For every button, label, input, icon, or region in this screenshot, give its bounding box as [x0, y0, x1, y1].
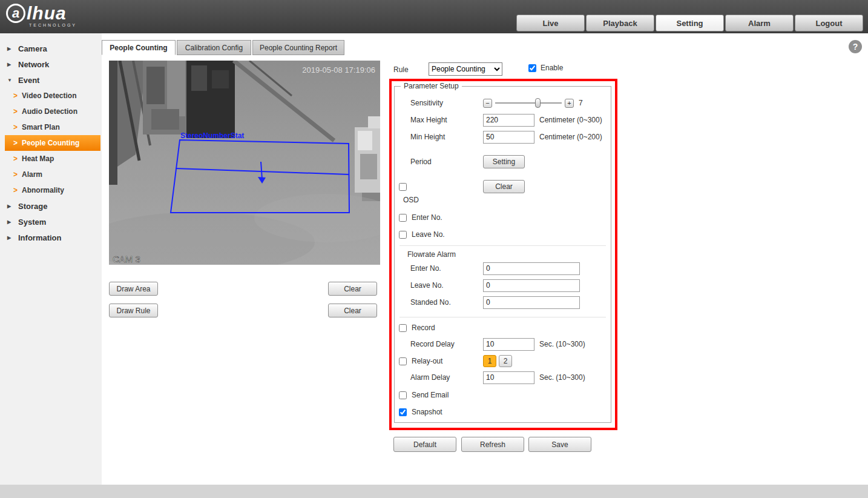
relay-1-button[interactable]: 1: [483, 355, 496, 367]
sidebar-item-system[interactable]: ▶ System: [0, 214, 102, 230]
alarm-delay-label: Alarm Delay: [410, 373, 483, 382]
sensitivity-slider: − +: [483, 99, 574, 108]
chevron-right-icon: >: [13, 91, 18, 100]
min-height-input[interactable]: [483, 131, 534, 144]
nav-live-button[interactable]: Live: [516, 15, 585, 32]
chevron-right-icon: >: [13, 170, 18, 179]
tab-bar: People Counting Calibration Config Peopl…: [102, 40, 344, 55]
flow-standed-row: Standed No.: [395, 295, 611, 310]
top-nav: Live Playback Setting Alarm Logout: [516, 15, 863, 32]
tab-people-counting-report[interactable]: People Counting Report: [252, 40, 344, 55]
logo-subtext: TECHNOLOGY: [29, 23, 77, 27]
relay-out-label: Relay-out: [412, 357, 483, 365]
slider-track[interactable]: [495, 102, 562, 104]
record-delay-row: Record Delay Sec. (10~300): [395, 336, 611, 353]
sidebar-item-alarm[interactable]: > Alarm: [0, 167, 102, 182]
record-checkbox[interactable]: [399, 324, 407, 332]
alarm-delay-input[interactable]: [483, 371, 534, 384]
flow-leave-input[interactable]: [483, 279, 580, 292]
sidebar-item-abnormality[interactable]: > Abnormality: [0, 182, 102, 198]
tab-people-counting[interactable]: People Counting: [102, 40, 176, 55]
nav-playback-button[interactable]: Playback: [586, 15, 654, 32]
draw-rule-button[interactable]: Draw Rule: [109, 304, 158, 317]
sidebar-label: Storage: [18, 202, 47, 211]
nav-logout-button[interactable]: Logout: [795, 15, 863, 32]
osd-label-row: OSD: [395, 193, 611, 207]
chevron-right-icon: >: [13, 154, 18, 163]
clear-area-button[interactable]: Clear: [328, 282, 377, 296]
chevron-right-icon: >: [13, 123, 18, 131]
max-height-input[interactable]: [483, 114, 534, 127]
slider-minus-button[interactable]: −: [483, 99, 492, 108]
enable-checkbox[interactable]: [528, 64, 536, 72]
send-email-checkbox[interactable]: [399, 391, 407, 399]
arrow-right-icon: ▶: [7, 204, 13, 209]
sidebar-item-camera[interactable]: ▶ Camera: [0, 41, 102, 56]
sidebar-item-smart-plan[interactable]: > Smart Plan: [0, 119, 102, 135]
osd-clear-button[interactable]: Clear: [483, 180, 525, 193]
live-video[interactable]: StereoNumberStat 2019-05-08 17:19:06 CAM…: [109, 61, 380, 265]
nav-setting-button[interactable]: Setting: [656, 15, 724, 32]
sidebar-label: Abnormality: [22, 186, 64, 194]
save-button[interactable]: Save: [528, 437, 591, 452]
sidebar-item-heat-map[interactable]: > Heat Map: [0, 151, 102, 167]
parameter-setup-legend: Parameter Setup: [401, 82, 462, 90]
sidebar-item-event[interactable]: ▼ Event: [0, 72, 102, 88]
flow-enter-input[interactable]: [483, 262, 580, 275]
default-button[interactable]: Default: [393, 437, 456, 452]
enable-row: Enable: [528, 64, 563, 72]
slider-handle[interactable]: [535, 98, 541, 108]
sidebar-label: Camera: [18, 44, 47, 53]
nav-alarm-button[interactable]: Alarm: [725, 15, 794, 32]
period-setting-button[interactable]: Setting: [483, 155, 525, 168]
arrow-right-icon: ▶: [7, 62, 13, 67]
draw-area-button[interactable]: Draw Area: [109, 282, 158, 296]
leave-no-checkbox[interactable]: [399, 231, 407, 239]
sidebar-label: Alarm: [22, 170, 42, 179]
main-content: People Counting Calibration Config Peopl…: [102, 33, 868, 485]
video-timestamp: 2019-05-08 17:19:06: [302, 65, 375, 75]
record-row: Record: [395, 320, 611, 335]
relay-2-button[interactable]: 2: [499, 355, 512, 367]
chevron-right-icon: >: [13, 107, 18, 116]
sidebar-item-storage[interactable]: ▶ Storage: [0, 198, 102, 214]
tab-calibration-config[interactable]: Calibration Config: [177, 40, 251, 55]
osd-label: OSD: [403, 196, 419, 204]
leave-no-label: Leave No.: [412, 230, 445, 239]
sidebar-item-information[interactable]: ▶ Information: [0, 230, 102, 245]
rule-select[interactable]: People Counting: [429, 62, 502, 76]
rule-label: Rule: [393, 65, 409, 74]
period-label: Period: [410, 158, 483, 166]
flow-enter-row: Enter No.: [395, 261, 611, 276]
flow-standed-input[interactable]: [483, 296, 580, 309]
snapshot-checkbox[interactable]: [399, 408, 407, 416]
alarm-delay-unit: Sec. (10~300): [539, 373, 585, 382]
arrow-down-icon: ▼: [7, 78, 13, 83]
osd-checkbox[interactable]: [399, 183, 407, 191]
sidebar-item-audio-detection[interactable]: > Audio Detection: [0, 104, 102, 119]
sidebar-label: Information: [18, 233, 62, 242]
slider-plus-button[interactable]: +: [565, 99, 574, 108]
arrow-right-icon: ▶: [7, 46, 13, 51]
sidebar-label: Event: [18, 76, 39, 85]
sidebar-item-people-counting[interactable]: > People Counting: [5, 135, 100, 151]
sidebar-label: Video Detection: [22, 91, 76, 100]
camera-scene: StereoNumberStat 2019-05-08 17:19:06 CAM…: [109, 61, 380, 265]
sidebar-item-network[interactable]: ▶ Network: [0, 56, 102, 72]
relay-out-checkbox[interactable]: [399, 357, 407, 365]
osd-leave-no-row: Leave No.: [395, 226, 611, 243]
sidebar-label: Heat Map: [22, 154, 54, 163]
flow-leave-label: Leave No.: [410, 281, 483, 290]
flowrate-title-row: Flowrate Alarm: [395, 248, 611, 261]
chevron-right-icon: >: [13, 139, 18, 147]
clear-rule-button[interactable]: Clear: [328, 304, 377, 317]
sidebar-label: Network: [18, 60, 49, 69]
help-icon[interactable]: ?: [849, 40, 862, 53]
enter-no-checkbox[interactable]: [399, 214, 407, 222]
chevron-right-icon: >: [13, 186, 18, 194]
record-delay-input[interactable]: [483, 338, 534, 351]
refresh-button[interactable]: Refresh: [461, 437, 524, 452]
sidebar-item-video-detection[interactable]: > Video Detection: [0, 88, 102, 104]
arrow-right-icon: ▶: [7, 235, 13, 241]
sidebar-label: Smart Plan: [22, 123, 60, 131]
